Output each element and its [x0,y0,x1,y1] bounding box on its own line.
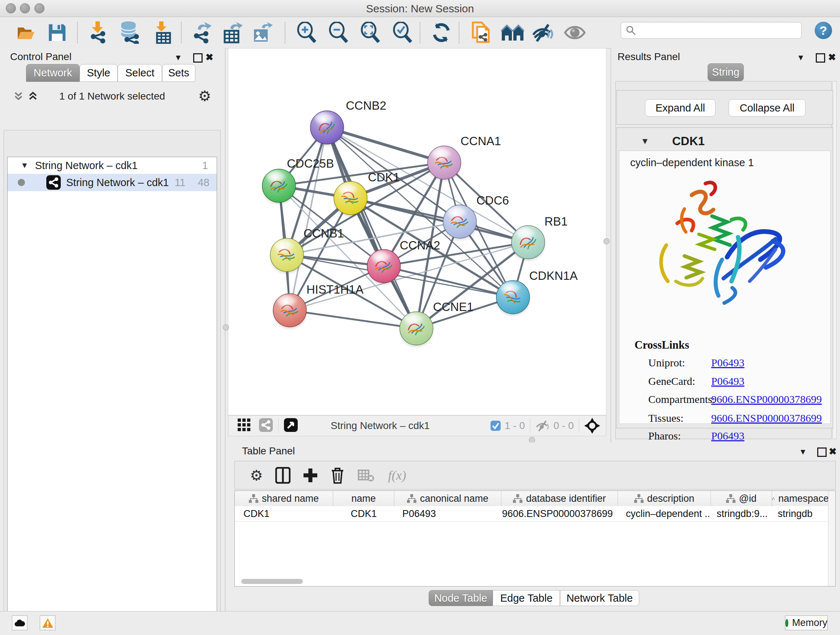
control-panel-float-button[interactable] [193,53,202,63]
cell-database-identifier[interactable]: 9606.ENSP00000378699 [501,506,618,521]
network-node-CCNE1[interactable]: CCNE1 [400,300,474,346]
search-input[interactable] [636,25,790,36]
crosslink-uniprot-link[interactable]: P06493 [711,356,745,369]
tab-style[interactable]: Style [80,64,118,82]
control-panel-close-button[interactable]: ✖ [205,52,213,62]
column-header-shared-name[interactable]: shared name [235,491,333,506]
network-node-CDC6[interactable]: CDC6 [443,194,509,239]
save-session-button[interactable] [45,21,69,44]
zoom-selected-button[interactable] [391,21,415,44]
cell-id[interactable]: stringdb:9... [711,506,772,521]
tab-node-table[interactable]: Node Table [429,590,493,606]
warnings-button[interactable] [40,616,55,630]
delete-column-button[interactable] [330,467,345,484]
column-header-name[interactable]: name [333,491,394,506]
network-node-CCNB2[interactable]: CCNB2 [310,99,386,145]
crosslink-tissues-link[interactable]: 9606.ENSP00000378699 [711,412,822,424]
network-node-label-CCNB2: CCNB2 [346,99,386,112]
export-table-button[interactable] [220,21,244,44]
tab-string[interactable]: String [707,63,744,81]
expand-all-button[interactable]: Expand All [645,99,715,117]
column-header-database-identifier[interactable]: database identifier [501,491,618,506]
results-panel-float-button[interactable] [816,53,825,63]
import-network-from-database-button[interactable] [118,21,142,44]
network-node-HIST1H1A[interactable]: HIST1H1A [273,283,363,328]
add-column-button[interactable] [303,468,318,483]
zoom-out-button[interactable] [327,21,351,44]
network-edge-CCNB2-CCNA1[interactable] [327,127,444,163]
network-node-RB1[interactable]: RB1 [512,215,568,260]
collection-expander-icon[interactable]: ▼ [21,161,28,170]
cell-name[interactable]: CDK1 [333,506,394,521]
cell-description[interactable]: cyclin–dependent ... [618,506,711,521]
table-vertical-scrollbar[interactable] [828,491,835,586]
expand-all-networks-button[interactable] [27,90,38,103]
network-row-selected[interactable]: String Network – cdk1 11 48 [8,174,217,191]
network-collection-row[interactable]: ▼ String Network – cdk1 1 [8,157,217,174]
zoom-fit-button[interactable] [358,21,382,44]
cell-canonical-name[interactable]: P06493 [394,506,501,521]
table-panel-menu-button[interactable]: ▾ [801,447,805,456]
cell-shared-name[interactable]: CDK1 [235,506,333,521]
network-edge-count: 48 [198,177,210,188]
network-canvas[interactable]: CCNB2CCNA1CDC25BCDK1CDC6RB1CCNB1CCNA2CDK… [228,48,606,415]
network-edge-HIST1H1A-CCNE1[interactable] [290,310,416,328]
hidden-eye-slash-icon[interactable] [535,420,550,432]
column-type-icon [726,494,736,503]
zoom-in-button[interactable] [295,21,319,44]
column-type-icon [634,494,644,503]
tab-network-table[interactable]: Network Table [560,590,639,606]
open-file-button[interactable] [14,21,38,44]
table-row[interactable]: CDK1 CDK1 P06493 9606.ENSP00000378699 cy… [235,506,835,522]
export-image-button[interactable] [250,21,274,44]
table-panel-close-button[interactable]: ✖ [829,447,837,456]
selected-checkbox-icon[interactable] [490,420,501,431]
export-network-button[interactable] [190,21,214,44]
function-builder-button[interactable]: f(x) [388,468,406,483]
network-options-gear-button[interactable]: ⚙ [198,89,211,103]
clone-network-button[interactable] [469,21,493,44]
table-options-gear-button[interactable]: ⚙ [250,468,263,483]
help-button[interactable]: ? [815,22,832,39]
left-splitter-handle[interactable] [223,325,229,331]
import-table-from-file-button[interactable] [151,21,175,44]
column-header-namespace[interactable]: namespace [772,491,829,506]
tab-edge-table[interactable]: Edge Table [493,590,560,606]
results-panel-menu-button[interactable]: ▾ [798,52,803,62]
import-network-from-file-button[interactable] [86,21,110,44]
show-grid-button[interactable] [238,418,251,433]
refresh-view-button[interactable] [429,21,453,44]
collapse-all-button[interactable]: Collapse All [729,99,806,117]
table-horizontal-scrollbar[interactable] [237,579,827,584]
cell-namespace[interactable]: stringdb [772,506,829,521]
tab-select[interactable]: Select [118,64,162,82]
crosslink-compartments-link[interactable]: 9606.ENSP00000378699 [711,393,822,405]
crosshair-icon[interactable] [584,418,600,434]
scrollbar-thumb[interactable] [241,579,303,584]
network-node-CCNA1[interactable]: CCNA1 [428,134,501,180]
houses-button[interactable] [501,21,524,44]
results-panel-close-button[interactable]: ✖ [828,52,836,62]
control-panel-menu-button[interactable]: ▾ [176,52,180,62]
network-node-CDKN1A[interactable]: CDKN1A [496,269,578,315]
show-columns-button[interactable] [275,467,291,484]
delete-table-button[interactable] [358,469,374,482]
network-view-type-button[interactable] [259,418,273,434]
table-panel-float-button[interactable] [817,448,827,457]
column-header-id[interactable]: @id [711,491,772,506]
hide-graphics-button[interactable] [531,21,555,44]
birdseye-view-button[interactable] [284,418,298,434]
toolbar-search[interactable] [621,22,802,39]
right-splitter-handle[interactable] [603,238,609,244]
column-header-canonical-name[interactable]: canonical name [394,491,501,506]
column-header-description[interactable]: description [618,491,711,506]
tab-sets[interactable]: Sets [162,64,195,82]
crosslink-genecard-link[interactable]: P06493 [711,375,745,387]
tab-network[interactable]: Network [26,64,80,82]
memory-button[interactable]: Memory [785,616,828,630]
crosslink-pharos-link[interactable]: P06493 [711,430,745,442]
cloud-status-button[interactable] [12,616,27,630]
collapse-all-networks-button[interactable] [13,90,24,103]
gene-card-expander-icon[interactable]: ▼ [641,136,649,146]
show-graphics-button[interactable] [563,21,587,44]
